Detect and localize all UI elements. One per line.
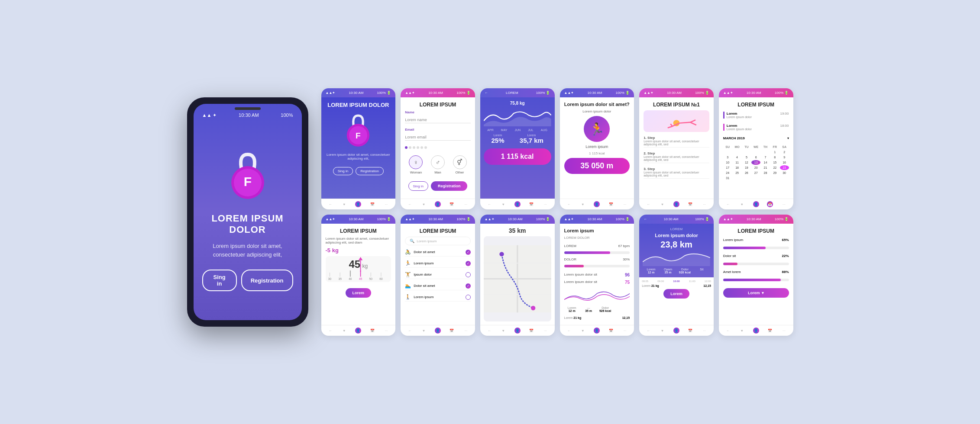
cal-d22[interactable]: 22 bbox=[770, 165, 779, 170]
screen4-nav-dots[interactable]: ··· bbox=[622, 201, 628, 207]
screen7-nav-dots[interactable]: ··· bbox=[383, 328, 389, 334]
screen10-nav-dots[interactable]: ··· bbox=[622, 328, 628, 334]
screen3-nav-cal[interactable]: 📅 bbox=[528, 201, 534, 207]
screen9-nav-dots[interactable]: ··· bbox=[542, 328, 548, 334]
screen9-nav-cal[interactable]: 📅 bbox=[528, 328, 534, 334]
screen3-nav-dots[interactable]: ··· bbox=[542, 201, 548, 207]
screen5-nav-heart[interactable]: ♥ bbox=[660, 201, 666, 207]
cal-d20[interactable]: 20 bbox=[751, 165, 760, 170]
nav-dots[interactable]: ··· bbox=[383, 201, 389, 207]
cal-d23[interactable]: 23 bbox=[780, 165, 789, 170]
cal-d5[interactable]: 5 bbox=[742, 155, 751, 160]
screen7-nav-heart[interactable]: ♥ bbox=[341, 328, 347, 334]
gender-man[interactable]: ♂ Man bbox=[431, 155, 445, 174]
screen2-reg-btn[interactable]: Registration bbox=[431, 181, 468, 191]
screen2-name-input[interactable]: Lorem name bbox=[405, 117, 471, 123]
cal-d31[interactable]: 31 bbox=[723, 176, 732, 180]
cal-d3[interactable]: 3 bbox=[723, 155, 732, 160]
cal-d25[interactable]: 25 bbox=[733, 170, 742, 175]
cal-d1[interactable]: 1 bbox=[770, 150, 779, 154]
gender-other[interactable]: ⚥ Other bbox=[453, 155, 467, 174]
screen9-nav-user[interactable]: 👤 bbox=[514, 328, 521, 334]
cal-d4[interactable]: 4 bbox=[733, 155, 742, 160]
screen4-nav-cal[interactable]: 📅 bbox=[608, 201, 614, 207]
cal-d17[interactable]: 17 bbox=[723, 165, 732, 170]
screen3-nav-heart[interactable]: ♥ bbox=[500, 201, 506, 207]
screen8-nav-dots[interactable]: ··· bbox=[463, 328, 469, 334]
screen12-nav-cal[interactable]: 📅 bbox=[767, 328, 773, 334]
screen1-signin-btn[interactable]: Sing in bbox=[333, 167, 353, 175]
screen2-nav-user[interactable]: 👤 bbox=[435, 201, 441, 207]
screen11-back[interactable]: ← bbox=[644, 217, 647, 221]
screen12-btn[interactable]: Lorem ▾ bbox=[723, 288, 789, 298]
screen11-nav-cal[interactable]: 📅 bbox=[687, 328, 693, 334]
screen8-nav-cal[interactable]: 📅 bbox=[449, 328, 455, 334]
cal-d2[interactable]: 2 bbox=[780, 150, 789, 154]
cal-d15[interactable]: 15 bbox=[770, 160, 779, 165]
screen7-nav-cal[interactable]: 📅 bbox=[369, 328, 375, 334]
screen2-nav-heart[interactable]: ♥ bbox=[421, 201, 427, 207]
cal-d9[interactable]: 9 bbox=[780, 155, 789, 160]
screen12-nav-dots[interactable]: ··· bbox=[781, 328, 787, 334]
screen4-nav-user[interactable]: 👤 bbox=[594, 201, 600, 207]
screen1-reg-btn[interactable]: Registration bbox=[356, 167, 384, 175]
cal-d12[interactable]: 12 bbox=[742, 160, 751, 165]
screen5-nav-user[interactable]: 👤 bbox=[673, 201, 679, 207]
nav-user[interactable]: 👤 bbox=[355, 201, 361, 207]
screen7-nav-back[interactable]: ← bbox=[327, 328, 333, 334]
screen11-nav-dots[interactable]: ··· bbox=[702, 328, 708, 334]
nav-cal[interactable]: 📅 bbox=[369, 201, 375, 207]
screen8-nav-user[interactable]: 👤 bbox=[435, 328, 441, 334]
screen10-nav-user[interactable]: 👤 bbox=[594, 328, 600, 334]
cal-d6[interactable]: 6 bbox=[751, 155, 760, 160]
screen8-nav-heart[interactable]: ♥ bbox=[421, 328, 427, 334]
screen5-nav-back[interactable]: ← bbox=[645, 201, 651, 207]
screen8-nav-back[interactable]: ← bbox=[407, 328, 413, 334]
item2-check[interactable]: ✓ bbox=[466, 261, 471, 266]
screen6-nav-back[interactable]: ← bbox=[725, 201, 731, 207]
screen4-nav-heart[interactable]: ♥ bbox=[580, 201, 586, 207]
screen6-nav-cal[interactable]: 📅 bbox=[767, 201, 773, 207]
screen7-btn[interactable]: Lorem bbox=[346, 288, 372, 298]
item1-check[interactable]: ✓ bbox=[466, 250, 471, 255]
cal-d14[interactable]: 14 bbox=[761, 160, 770, 165]
screen12-nav-back[interactable]: ← bbox=[725, 328, 731, 334]
screen8-search[interactable]: 🔍 Lorem ipsum bbox=[405, 237, 471, 245]
nav-heart[interactable]: ♥ bbox=[341, 201, 347, 207]
screen3-nav-user[interactable]: 👤 bbox=[514, 201, 521, 207]
screen2-nav-cal[interactable]: 📅 bbox=[449, 201, 455, 207]
screen12-nav-heart[interactable]: ♥ bbox=[739, 328, 745, 334]
cal-d13[interactable]: 13 bbox=[751, 160, 760, 165]
gender-woman[interactable]: ♀ Woman bbox=[409, 155, 423, 174]
cal-d16[interactable]: 16 bbox=[780, 160, 789, 165]
cal-d28[interactable]: 28 bbox=[761, 170, 770, 175]
item5-check[interactable] bbox=[466, 295, 471, 300]
screen11-nav-heart[interactable]: ♥ bbox=[660, 328, 666, 334]
screen10-nav-heart[interactable]: ♥ bbox=[580, 328, 586, 334]
cal-d30[interactable]: 30 bbox=[780, 170, 789, 175]
screen6-nav-heart[interactable]: ♥ bbox=[739, 201, 745, 207]
screen5-nav-dots[interactable]: ··· bbox=[702, 201, 708, 207]
screen6-nav-dots[interactable]: ··· bbox=[781, 201, 787, 207]
screen10-nav-back[interactable]: ← bbox=[566, 328, 572, 334]
cal-d7[interactable]: 7 bbox=[761, 155, 770, 160]
screen2-signin-btn[interactable]: Sing in bbox=[408, 181, 428, 191]
screen2-nav-back[interactable]: ← bbox=[407, 201, 413, 207]
cal-d19[interactable]: 19 bbox=[742, 165, 751, 170]
item4-check[interactable]: ✓ bbox=[466, 283, 471, 289]
screen3-nav-back[interactable]: ← bbox=[486, 201, 492, 207]
screen11-btn[interactable]: Lorem bbox=[663, 289, 689, 299]
cal-d10[interactable]: 10 bbox=[723, 160, 732, 165]
screen9-nav-back[interactable]: ← bbox=[486, 328, 492, 334]
cal-d18[interactable]: 18 bbox=[733, 165, 742, 170]
screen5-nav-cal[interactable]: 📅 bbox=[687, 201, 693, 207]
screen2-nav-dots[interactable]: ··· bbox=[463, 201, 469, 207]
screen9-nav-heart[interactable]: ♥ bbox=[500, 328, 506, 334]
cal-d27[interactable]: 27 bbox=[751, 170, 760, 175]
cal-d24[interactable]: 24 bbox=[723, 170, 732, 175]
cal-d21[interactable]: 21 bbox=[761, 165, 770, 170]
screen6-month-dropdown[interactable]: ▾ bbox=[787, 136, 789, 140]
cal-d26[interactable]: 26 bbox=[742, 170, 751, 175]
signin-button[interactable]: Sing in bbox=[202, 270, 237, 291]
screen11-nav-back[interactable]: ← bbox=[645, 328, 651, 334]
